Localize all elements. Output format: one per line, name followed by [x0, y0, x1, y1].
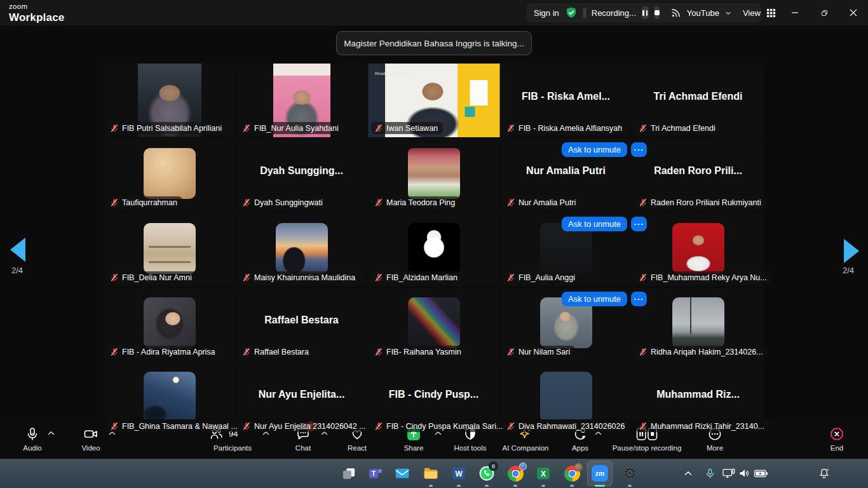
chevron-down-icon[interactable]	[725, 11, 731, 15]
ai-companion-button[interactable]: AI Companion	[503, 444, 549, 452]
participant-tile[interactable]: FIB_Alzidan Marlian	[368, 213, 499, 287]
tray-display-icon[interactable]	[720, 459, 738, 488]
participant-tile[interactable]: FIB - Cindy Pusp...FIB - Cindy Puspa Kum…	[368, 362, 499, 435]
muted-mic-icon	[110, 273, 119, 282]
participant-name-text: Muhammad Rizki Tahir_23140...	[651, 422, 764, 431]
tray-bell-icon[interactable]: z	[815, 459, 833, 488]
tray-battery-icon[interactable]	[752, 459, 770, 488]
video-caption-text: Monthly Zooming	[374, 71, 411, 76]
participant-tile[interactable]: FIB_Muhammad Reky Arya Nu...	[632, 213, 764, 287]
youtube-live-button[interactable]: YouTube	[687, 8, 719, 18]
participant-avatar	[672, 297, 724, 348]
participant-tile[interactable]: FIB Putri Salsabilah Apriliani	[104, 64, 235, 137]
audio-caret-icon[interactable]	[47, 430, 55, 436]
sign-in-button[interactable]: Sign in	[534, 8, 559, 18]
muted-mic-icon	[374, 422, 383, 431]
participant-avatar	[408, 223, 460, 274]
participant-tile[interactable]: Dyah Sungging...Dyah Sunggingwati	[236, 138, 367, 212]
participant-name-label: FIB_Nur Aulia Syahdani	[239, 122, 344, 134]
muted-mic-icon	[639, 124, 648, 133]
whatsapp-badge: 8	[489, 461, 498, 471]
participant-name-text: Ridha Ariqah Hakim_2314026...	[651, 348, 763, 356]
participants-button[interactable]: Participants	[214, 444, 252, 452]
participant-more-button[interactable]: ···	[631, 217, 647, 231]
participant-tile[interactable]: Raffael BestaraRaffael Bestara	[236, 287, 367, 361]
video-button[interactable]: Video	[81, 444, 100, 452]
tray-mic-icon[interactable]	[701, 459, 719, 488]
pause-recording-button[interactable]	[642, 6, 649, 19]
participant-display-name: Nur Amalia Putri	[500, 165, 632, 177]
muted-mic-icon	[506, 124, 515, 133]
participant-name-label: Ridha Ariqah Hakim_2314026...	[635, 346, 768, 358]
title-bar: zoom Workplace Sign in Recording... YouT…	[0, 0, 868, 25]
participant-name-text: FIB_Alzidan Marlian	[386, 273, 458, 282]
participant-name-text: FIB - Adira Riyatma Aprisa	[122, 348, 215, 356]
gallery-grid-icon[interactable]	[766, 8, 776, 18]
participant-name-label: Raffael Bestara	[239, 346, 314, 358]
restore-button[interactable]	[810, 0, 839, 25]
pause-stop-recording-button[interactable]: Pause/stop recording	[613, 444, 682, 452]
muted-mic-icon	[506, 422, 515, 431]
participant-display-name: Muhammad Riz...	[632, 389, 764, 400]
participant-tile[interactable]: FIB- Raihana Yasmin	[368, 287, 499, 361]
participant-tile[interactable]: Maisy Khairunnisa Maulidina	[236, 213, 367, 287]
chat-button[interactable]: Chat	[295, 444, 311, 452]
participant-tile[interactable]: Taufiqurrahman	[104, 138, 235, 212]
tray-speaker-icon[interactable]	[736, 459, 754, 488]
audio-button[interactable]: Audio	[23, 444, 41, 452]
more-button[interactable]: More	[707, 444, 723, 452]
participant-tile[interactable]: FIB_Ghina Tsamara & Nawaal ...	[104, 362, 235, 435]
ask-to-unmute-button[interactable]: Ask to unmute	[562, 217, 627, 231]
stop-recording-button[interactable]	[654, 6, 660, 19]
muted-mic-icon	[506, 198, 515, 207]
participant-video	[408, 148, 460, 199]
participant-tile[interactable]: Monthly ZoomingIwan Setiawan	[368, 64, 499, 137]
participant-display-name: Raffael Bestara	[236, 315, 367, 326]
previous-page-arrow[interactable]	[10, 238, 25, 262]
participant-tile[interactable]: FIB_Nur Aulia Syahdani	[236, 64, 367, 137]
participant-tile[interactable]: Diva Rahmawati_2314026026	[500, 362, 632, 435]
participant-tile[interactable]: FIB - Adira Riyatma Aprisa	[104, 287, 235, 361]
tray-chevron-icon[interactable]	[679, 459, 697, 488]
svg-text:W: W	[455, 470, 463, 478]
participant-avatar	[276, 223, 328, 274]
participant-name-text: FIB- Raihana Yasmin	[386, 348, 461, 356]
ask-to-unmute-button[interactable]: Ask to unmute	[562, 292, 627, 306]
zoom-workplace-logo: zoom Workplace	[9, 3, 64, 23]
muted-mic-icon	[639, 422, 648, 431]
participant-tile[interactable]: Nur Ayu Enjelita...Nur Ayu Enjelita 2314…	[236, 362, 367, 435]
apps-button[interactable]: Apps	[572, 444, 588, 452]
participant-more-button[interactable]: ···	[631, 292, 647, 306]
host-tools-button[interactable]: Host tools	[454, 444, 486, 452]
participant-avatar	[672, 223, 724, 274]
folder-icon	[423, 465, 439, 482]
view-button[interactable]: View	[743, 8, 761, 18]
end-button[interactable]: End	[831, 444, 843, 452]
participant-name-text: FIB_Aulia Anggi	[519, 273, 575, 282]
ask-to-unmute-button[interactable]: Ask to unmute	[562, 142, 627, 157]
participant-name-label: FIB - Cindy Puspa Kumala Sari...	[371, 420, 508, 432]
participant-tile[interactable]: Maria Teodora Ping	[368, 138, 499, 212]
participant-tile[interactable]: Muhammad Riz...Muhammad Rizki Tahir_2314…	[632, 362, 764, 435]
react-button[interactable]: React	[348, 444, 367, 452]
next-page-arrow[interactable]	[844, 239, 859, 263]
muted-mic-icon	[242, 348, 251, 356]
participant-tile[interactable]: FIB - Riska Amel...FIB - Riska Amelia Al…	[500, 64, 632, 137]
participant-tile[interactable]: Raden Roro Prili...Raden Roro Priliani R…	[632, 138, 764, 212]
participant-tile[interactable]: Tri Achmad EfendiTri Achmad Efendi	[632, 64, 764, 137]
participant-avatar	[144, 223, 196, 274]
participant-display-name: Tri Achmad Efendi	[632, 91, 764, 102]
ask-to-unmute-overlay: Ask to unmute···	[562, 292, 647, 306]
security-shield-icon[interactable]	[565, 6, 578, 19]
participant-tile[interactable]: FIB_Delia Nur Amni	[104, 213, 235, 287]
participant-tile[interactable]: Ridha Ariqah Hakim_2314026...	[632, 287, 764, 361]
participant-more-button[interactable]: ···	[631, 142, 647, 157]
participant-display-name: Nur Ayu Enjelita...	[236, 389, 367, 400]
participant-name-text: Nur Ayu Enjelita 2314026042 ...	[254, 422, 366, 431]
share-button[interactable]: Share	[404, 444, 424, 452]
zoom-app-icon: zm	[592, 465, 608, 482]
minimize-button[interactable]	[780, 0, 810, 25]
muted-mic-icon	[242, 198, 251, 207]
close-button[interactable]	[839, 0, 868, 25]
participant-name-text: Tri Achmad Efendi	[651, 124, 715, 133]
